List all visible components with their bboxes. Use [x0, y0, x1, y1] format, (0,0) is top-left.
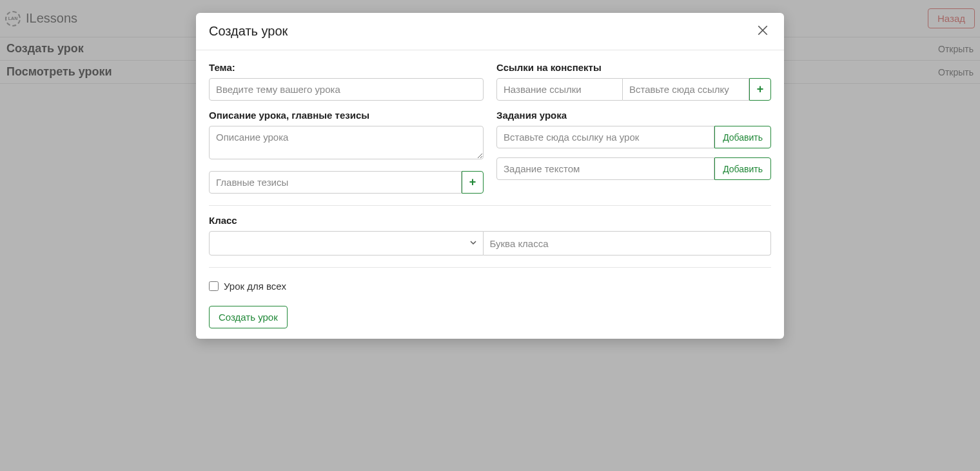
link-url-input[interactable] [623, 78, 749, 101]
class-row [209, 231, 771, 256]
modal-title: Создать урок [209, 24, 288, 39]
for-all-checkbox[interactable] [209, 281, 219, 291]
description-textarea[interactable] [209, 126, 484, 159]
thesis-row: + [209, 171, 484, 194]
thesis-input[interactable] [209, 171, 462, 194]
modal-body: Тема: Описание урока, главные тезисы + С… [196, 50, 784, 339]
link-name-input[interactable] [496, 78, 623, 101]
class-label: Класс [209, 215, 771, 226]
add-task-link-button[interactable]: Добавить [714, 126, 771, 148]
modal-create-lesson: Создать урок Тема: Описание урока, главн… [196, 13, 784, 339]
separator [209, 205, 771, 206]
description-label: Описание урока, главные тезисы [209, 110, 484, 121]
notes-link-row: + [496, 78, 771, 101]
class-letter-input[interactable] [484, 231, 772, 256]
topic-label: Тема: [209, 62, 484, 73]
right-column: Ссылки на конспекты + Задания урока Доба… [496, 53, 771, 194]
for-all-label[interactable]: Урок для всех [224, 281, 286, 292]
add-task-text-button[interactable]: Добавить [714, 157, 771, 180]
left-column: Тема: Описание урока, главные тезисы + [209, 53, 484, 194]
task-text-input[interactable] [496, 157, 714, 180]
task-link-row: Добавить [496, 126, 771, 148]
separator [209, 267, 771, 268]
topic-input[interactable] [209, 78, 484, 101]
close-button[interactable] [754, 22, 771, 41]
plus-icon: + [469, 175, 476, 189]
add-link-button[interactable]: + [749, 78, 771, 101]
close-icon [757, 25, 769, 36]
create-lesson-button[interactable]: Создать урок [209, 306, 288, 328]
modal-overlay: Создать урок Тема: Описание урока, главн… [0, 0, 980, 471]
add-thesis-button[interactable]: + [462, 171, 484, 194]
plus-icon: + [757, 83, 764, 96]
class-select[interactable] [209, 231, 484, 256]
notes-links-label: Ссылки на конспекты [496, 62, 771, 73]
modal-header: Создать урок [196, 13, 784, 50]
task-link-input[interactable] [496, 126, 714, 148]
task-text-row: Добавить [496, 157, 771, 180]
tasks-label: Задания урока [496, 110, 771, 121]
for-all-row: Урок для всех [209, 281, 771, 292]
